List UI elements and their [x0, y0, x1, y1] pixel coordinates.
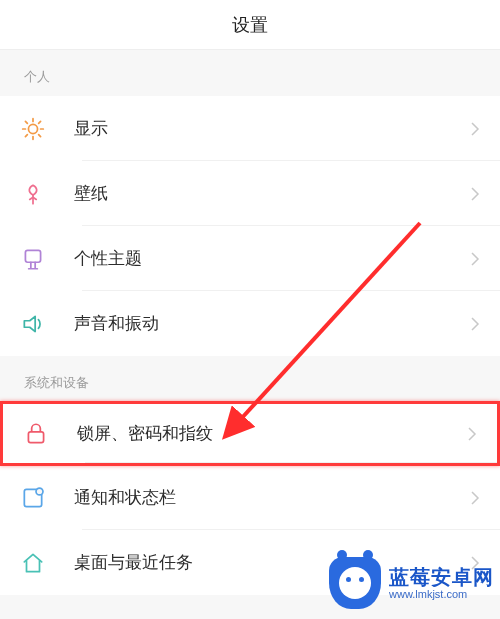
- item-label: 显示: [74, 117, 470, 140]
- lock-icon: [23, 421, 77, 447]
- svg-line-5: [25, 121, 27, 123]
- home-icon: [20, 550, 74, 576]
- page-title: 设置: [232, 13, 268, 37]
- svg-line-8: [39, 121, 41, 123]
- settings-item-display[interactable]: 显示: [0, 96, 500, 161]
- section-label-personal: 个人: [0, 50, 500, 96]
- chevron-right-icon: [470, 251, 480, 267]
- item-label: 声音和振动: [74, 312, 470, 335]
- sound-icon: [20, 311, 74, 337]
- list-personal: 显示 壁纸 个性主题: [0, 96, 500, 356]
- settings-item-theme[interactable]: 个性主题: [0, 226, 500, 291]
- settings-item-wallpaper[interactable]: 壁纸: [0, 161, 500, 226]
- item-label: 锁屏、密码和指纹: [77, 422, 467, 445]
- chevron-right-icon: [467, 426, 477, 442]
- svg-rect-9: [25, 250, 40, 262]
- chevron-right-icon: [470, 121, 480, 137]
- svg-point-0: [28, 124, 37, 133]
- svg-point-12: [36, 488, 43, 495]
- svg-line-6: [39, 134, 41, 136]
- wallpaper-icon: [20, 181, 74, 207]
- theme-icon: [20, 246, 74, 272]
- item-label: 通知和状态栏: [74, 486, 470, 509]
- watermark-text: 蓝莓安卓网 www.lmkjst.com: [389, 566, 494, 600]
- chevron-right-icon: [470, 316, 480, 332]
- header: 设置: [0, 0, 500, 50]
- svg-rect-10: [28, 431, 43, 442]
- item-label: 壁纸: [74, 182, 470, 205]
- notification-icon: [20, 485, 74, 511]
- settings-item-lockscreen[interactable]: 锁屏、密码和指纹: [0, 401, 500, 466]
- settings-item-notifications[interactable]: 通知和状态栏: [0, 465, 500, 530]
- settings-item-sound[interactable]: 声音和振动: [0, 291, 500, 356]
- item-label: 个性主题: [74, 247, 470, 270]
- sun-icon: [20, 116, 74, 142]
- watermark: 蓝莓安卓网 www.lmkjst.com: [329, 557, 494, 609]
- chevron-right-icon: [470, 186, 480, 202]
- svg-line-7: [25, 134, 27, 136]
- section-label-system: 系统和设备: [0, 356, 500, 402]
- watermark-logo-icon: [329, 557, 381, 609]
- chevron-right-icon: [470, 490, 480, 506]
